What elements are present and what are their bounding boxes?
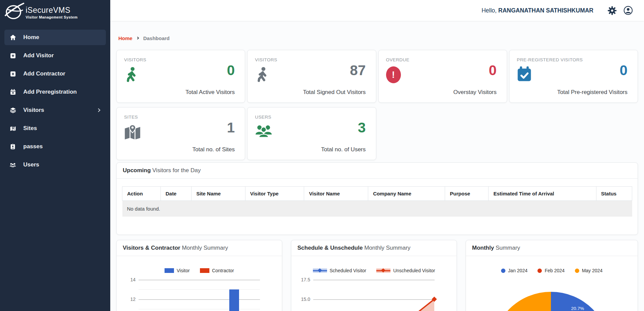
legend-item-contractor: Contractor bbox=[200, 268, 234, 273]
bar-title-bold: Visitors & Contractor bbox=[123, 245, 180, 251]
sidebar-item-users[interactable]: Users bbox=[4, 157, 106, 173]
card-label: Total no. of Sites bbox=[193, 146, 235, 153]
map-icon bbox=[9, 125, 16, 132]
monthly-summary-pie bbox=[492, 292, 610, 311]
col-action: Action bbox=[122, 187, 161, 201]
upcoming-visitors-panel: Upcoming Visitors for the Day Action Dat… bbox=[116, 162, 638, 235]
badge-icon bbox=[9, 143, 16, 150]
upcoming-title-bold: Upcoming bbox=[123, 167, 151, 174]
col-site-name: Site Name bbox=[192, 187, 245, 201]
legend-item-may-2024: May 2024 bbox=[575, 268, 603, 273]
sidebar-item-add-preregistration[interactable]: Add Preregistration bbox=[4, 84, 106, 100]
visitor-bar bbox=[229, 289, 239, 311]
home-icon bbox=[9, 34, 16, 41]
y-axis-tick: 12 bbox=[120, 297, 136, 302]
card-label: Total Active Visitors bbox=[185, 89, 235, 96]
col-visitor-name: Visitor Name bbox=[304, 187, 368, 201]
card-label: Total Pre-registered Visitors bbox=[557, 89, 628, 96]
sidebar-item-add-visitor[interactable]: Add Visitor bbox=[4, 48, 106, 63]
breadcrumb-current: Dashboard bbox=[143, 35, 170, 41]
upcoming-title-rest: Visitors for the Day bbox=[151, 167, 201, 174]
sidebar-item-add-contractor[interactable]: Add Contractor bbox=[4, 66, 106, 82]
jan-dot-icon bbox=[501, 269, 505, 273]
globe-logo-icon bbox=[4, 2, 25, 23]
layers-icon bbox=[9, 107, 16, 114]
bar-title-rest: Monthly Summary bbox=[180, 245, 228, 251]
add-square-icon bbox=[9, 52, 16, 59]
pie-chart-title: Monthly Summary bbox=[466, 240, 638, 256]
monthly-summary-chart-panel: Monthly Summary Jan 2024 Feb 2024 May 20… bbox=[466, 240, 638, 311]
sidebar-menu: Home Add Visitor Add Contractor Add Prer… bbox=[0, 30, 110, 173]
table-row: No data found. bbox=[122, 201, 632, 217]
users-icon bbox=[9, 161, 16, 168]
breadcrumb-home-link[interactable]: Home bbox=[118, 35, 133, 41]
user-profile-icon[interactable] bbox=[623, 5, 633, 15]
legend-label: Visitor bbox=[177, 268, 190, 273]
card-label: Overstay Visitors bbox=[453, 89, 497, 96]
col-purpose: Purpose bbox=[445, 187, 489, 201]
app-logo: iSecureVMS Visitor Management System bbox=[0, 0, 110, 24]
user-name: RANGANATHAN SATHISHKUMAR bbox=[498, 7, 593, 14]
card-category: SITES bbox=[124, 115, 138, 120]
brand-tagline: Visitor Management System bbox=[26, 15, 78, 19]
card-value: 0 bbox=[489, 62, 496, 79]
calendar-check-icon bbox=[517, 66, 532, 84]
pie-slice-percentage-label: 20.7% bbox=[566, 306, 589, 311]
unscheduled-area-series bbox=[291, 240, 457, 311]
calendar-plus-icon bbox=[9, 89, 16, 95]
pie-title-bold: Monthly bbox=[472, 245, 494, 251]
pie-chart-legend: Jan 2024 Feb 2024 May 2024 bbox=[466, 268, 638, 273]
card-category: USERS bbox=[255, 115, 271, 120]
schedule-unschedule-chart-panel: Schedule & Unschedule Monthly Summary Sc… bbox=[291, 240, 457, 311]
sidebar-item-sites[interactable]: Sites bbox=[4, 121, 106, 136]
legend-item-jan-2024: Jan 2024 bbox=[501, 268, 528, 273]
stat-card-active-visitors[interactable]: VISITORS 0 Total Active Visitors bbox=[116, 50, 245, 103]
sidebar-item-label: Add Contractor bbox=[23, 70, 65, 77]
sidebar-item-label: Users bbox=[23, 161, 39, 168]
sidebar: iSecureVMS Visitor Management System Hom… bbox=[0, 0, 110, 311]
col-date: Date bbox=[160, 187, 191, 201]
visitors-contractor-chart-panel: Visitors & Contractor Monthly Summary Vi… bbox=[116, 240, 282, 311]
main-content: Home Dashboard VISITORS 0 Total Active V… bbox=[110, 21, 644, 311]
card-value: 87 bbox=[350, 62, 366, 79]
sidebar-item-label: Visitors bbox=[23, 107, 44, 114]
stat-card-preregistered[interactable]: PRE-REGISTERED VISITORS 0 Total Pre-regi… bbox=[509, 50, 638, 103]
gridline bbox=[139, 299, 260, 300]
card-category: VISITORS bbox=[124, 57, 146, 62]
stat-card-overdue[interactable]: OVERDUE ! 0 Overstay Visitors bbox=[378, 50, 507, 103]
sidebar-item-home[interactable]: Home bbox=[4, 30, 106, 45]
upcoming-visitors-table: Action Date Site Name Visitor Type Visit… bbox=[122, 186, 632, 217]
card-category: PRE-REGISTERED VISITORS bbox=[517, 57, 583, 62]
stat-card-users[interactable]: USERS 3 Total no. of Users bbox=[247, 107, 376, 160]
walking-person-icon bbox=[124, 66, 138, 85]
card-value: 1 bbox=[227, 120, 235, 136]
bar-chart-title: Visitors & Contractor Monthly Summary bbox=[117, 240, 282, 256]
card-label: Total no. of Users bbox=[321, 146, 365, 153]
alert-circle-icon: ! bbox=[386, 66, 401, 83]
sidebar-item-label: Home bbox=[23, 34, 39, 41]
legend-label: May 2024 bbox=[582, 268, 603, 273]
sidebar-item-label: Add Preregistration bbox=[23, 89, 77, 95]
y-axis-tick: 14 bbox=[120, 277, 136, 282]
map-location-icon bbox=[124, 124, 141, 141]
charts-row: Visitors & Contractor Monthly Summary Vi… bbox=[116, 240, 638, 311]
chevron-right-icon bbox=[96, 108, 100, 112]
stat-card-signed-out-visitors[interactable]: VISITORS 87 Total Signed Out Visitors bbox=[247, 50, 376, 103]
col-company-name: Company Name bbox=[368, 187, 445, 201]
card-label: Total Signed Out Visitors bbox=[303, 89, 366, 96]
sidebar-item-passes[interactable]: passes bbox=[4, 139, 106, 154]
chevron-right-icon bbox=[136, 37, 139, 39]
gridline bbox=[139, 309, 260, 309]
stat-card-sites[interactable]: SITES 1 Total no. of Sites bbox=[116, 107, 245, 160]
settings-gear-icon[interactable] bbox=[607, 5, 617, 15]
greeting-prefix: Hello, bbox=[481, 7, 498, 14]
sidebar-item-visitors[interactable]: Visitors bbox=[4, 102, 106, 118]
legend-label: Jan 2024 bbox=[508, 268, 528, 273]
legend-item-feb-2024: Feb 2024 bbox=[537, 268, 564, 273]
contractor-swatch-icon bbox=[200, 268, 209, 273]
legend-label: Contractor bbox=[212, 268, 234, 273]
bar-chart-legend: Visitor Contractor bbox=[117, 268, 282, 273]
visitor-swatch-icon bbox=[165, 268, 174, 273]
gridline bbox=[139, 280, 260, 280]
col-visitor-type: Visitor Type bbox=[245, 187, 304, 201]
